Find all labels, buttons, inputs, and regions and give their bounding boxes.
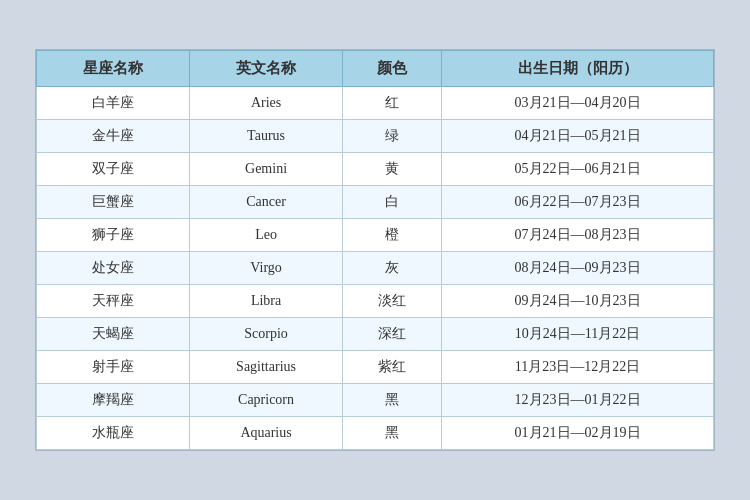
cell-english-name: Aquarius bbox=[190, 417, 343, 450]
cell-color: 绿 bbox=[343, 120, 442, 153]
cell-color: 淡红 bbox=[343, 285, 442, 318]
cell-color: 黑 bbox=[343, 417, 442, 450]
cell-chinese-name: 双子座 bbox=[37, 153, 190, 186]
cell-english-name: Aries bbox=[190, 87, 343, 120]
cell-chinese-name: 白羊座 bbox=[37, 87, 190, 120]
cell-dates: 05月22日—06月21日 bbox=[442, 153, 714, 186]
cell-color: 红 bbox=[343, 87, 442, 120]
table-body: 白羊座Aries红03月21日—04月20日金牛座Taurus绿04月21日—0… bbox=[37, 87, 714, 450]
table-header-row: 星座名称 英文名称 颜色 出生日期（阳历） bbox=[37, 51, 714, 87]
cell-english-name: Gemini bbox=[190, 153, 343, 186]
table-row: 水瓶座Aquarius黑01月21日—02月19日 bbox=[37, 417, 714, 450]
cell-dates: 10月24日—11月22日 bbox=[442, 318, 714, 351]
cell-english-name: Capricorn bbox=[190, 384, 343, 417]
cell-chinese-name: 处女座 bbox=[37, 252, 190, 285]
cell-chinese-name: 金牛座 bbox=[37, 120, 190, 153]
cell-color: 深红 bbox=[343, 318, 442, 351]
cell-english-name: Scorpio bbox=[190, 318, 343, 351]
cell-dates: 01月21日—02月19日 bbox=[442, 417, 714, 450]
header-english-name: 英文名称 bbox=[190, 51, 343, 87]
cell-english-name: Cancer bbox=[190, 186, 343, 219]
zodiac-table-container: 星座名称 英文名称 颜色 出生日期（阳历） 白羊座Aries红03月21日—04… bbox=[35, 49, 715, 451]
cell-dates: 07月24日—08月23日 bbox=[442, 219, 714, 252]
cell-color: 黑 bbox=[343, 384, 442, 417]
cell-color: 黄 bbox=[343, 153, 442, 186]
cell-chinese-name: 射手座 bbox=[37, 351, 190, 384]
cell-english-name: Virgo bbox=[190, 252, 343, 285]
cell-color: 橙 bbox=[343, 219, 442, 252]
table-row: 摩羯座Capricorn黑12月23日—01月22日 bbox=[37, 384, 714, 417]
table-row: 天蝎座Scorpio深红10月24日—11月22日 bbox=[37, 318, 714, 351]
cell-color: 灰 bbox=[343, 252, 442, 285]
header-dates: 出生日期（阳历） bbox=[442, 51, 714, 87]
cell-dates: 09月24日—10月23日 bbox=[442, 285, 714, 318]
cell-dates: 03月21日—04月20日 bbox=[442, 87, 714, 120]
cell-english-name: Leo bbox=[190, 219, 343, 252]
cell-english-name: Libra bbox=[190, 285, 343, 318]
table-row: 金牛座Taurus绿04月21日—05月21日 bbox=[37, 120, 714, 153]
cell-chinese-name: 摩羯座 bbox=[37, 384, 190, 417]
cell-english-name: Sagittarius bbox=[190, 351, 343, 384]
zodiac-table: 星座名称 英文名称 颜色 出生日期（阳历） 白羊座Aries红03月21日—04… bbox=[36, 50, 714, 450]
header-chinese-name: 星座名称 bbox=[37, 51, 190, 87]
cell-dates: 11月23日—12月22日 bbox=[442, 351, 714, 384]
cell-english-name: Taurus bbox=[190, 120, 343, 153]
cell-dates: 04月21日—05月21日 bbox=[442, 120, 714, 153]
table-row: 白羊座Aries红03月21日—04月20日 bbox=[37, 87, 714, 120]
cell-dates: 06月22日—07月23日 bbox=[442, 186, 714, 219]
table-row: 射手座Sagittarius紫红11月23日—12月22日 bbox=[37, 351, 714, 384]
table-row: 处女座Virgo灰08月24日—09月23日 bbox=[37, 252, 714, 285]
table-row: 巨蟹座Cancer白06月22日—07月23日 bbox=[37, 186, 714, 219]
cell-chinese-name: 天蝎座 bbox=[37, 318, 190, 351]
table-row: 狮子座Leo橙07月24日—08月23日 bbox=[37, 219, 714, 252]
cell-dates: 08月24日—09月23日 bbox=[442, 252, 714, 285]
cell-chinese-name: 巨蟹座 bbox=[37, 186, 190, 219]
table-row: 双子座Gemini黄05月22日—06月21日 bbox=[37, 153, 714, 186]
cell-color: 白 bbox=[343, 186, 442, 219]
cell-chinese-name: 狮子座 bbox=[37, 219, 190, 252]
cell-chinese-name: 水瓶座 bbox=[37, 417, 190, 450]
cell-color: 紫红 bbox=[343, 351, 442, 384]
cell-dates: 12月23日—01月22日 bbox=[442, 384, 714, 417]
header-color: 颜色 bbox=[343, 51, 442, 87]
table-row: 天秤座Libra淡红09月24日—10月23日 bbox=[37, 285, 714, 318]
cell-chinese-name: 天秤座 bbox=[37, 285, 190, 318]
